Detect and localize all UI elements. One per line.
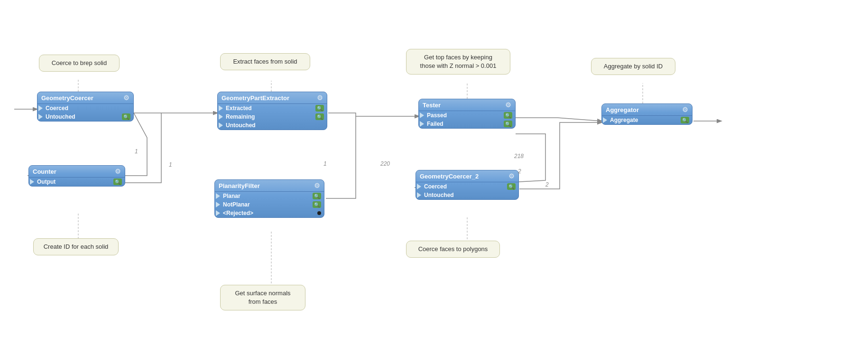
node-tester: Tester ⚙ Passed 🔍 Failed 🔍 — [418, 99, 516, 129]
search-icon-aggregate[interactable]: 🔍 — [681, 117, 689, 123]
port-arrow-untouched — [38, 114, 43, 120]
port-label-untouched: Untouched — [46, 113, 120, 120]
port-untouched-gc2: Untouched — [416, 191, 518, 199]
node-title-gpe: GeometryPartExtractor — [222, 94, 289, 102]
node-title-aggregator: Aggregator — [606, 106, 639, 113]
port-coerced-gc2: Coerced 🔍 — [416, 182, 518, 191]
port-label-untouched-gpe: Untouched — [226, 122, 324, 129]
port-label-rejected: <Rejected> — [223, 210, 314, 216]
port-output: Output 🔍 — [29, 178, 125, 186]
node-counter: Counter ⚙ Output 🔍 — [28, 165, 125, 187]
port-label-passed: Passed — [427, 112, 502, 119]
gear-icon-geometry-coercer[interactable]: ⚙ — [123, 94, 129, 102]
port-arrow-passed — [420, 112, 424, 118]
port-aggregate: Aggregate 🔍 — [602, 116, 692, 124]
node-aggregator: Aggregator ⚙ Aggregate 🔍 — [601, 103, 693, 125]
conn-label-1: 1 — [135, 148, 138, 155]
search-icon-passed[interactable]: 🔍 — [504, 112, 512, 119]
gear-icon-aggregator[interactable]: ⚙ — [682, 106, 688, 113]
node-title-pf: PlanarityFilter — [219, 182, 260, 189]
note-coerce-brep: Coerce to brep solid — [39, 55, 120, 72]
port-arrow-extracted — [219, 105, 223, 111]
port-arrow-output — [30, 179, 34, 185]
port-untouched-gpe: Untouched — [218, 121, 327, 130]
port-failed: Failed 🔍 — [419, 120, 515, 128]
note-extract-faces: Extract faces from solid — [220, 53, 310, 70]
node-title-tester: Tester — [423, 102, 441, 109]
port-extracted: Extracted 🔍 — [218, 104, 327, 112]
conn-label-2c: 2 — [545, 181, 549, 188]
note-surface-normals: Get surface normalsfrom faces — [220, 285, 305, 310]
note-aggregate-solid: Aggregate by solid ID — [591, 58, 675, 75]
node-title-counter: Counter — [33, 168, 56, 175]
gear-icon-tester[interactable]: ⚙ — [505, 101, 511, 109]
conn-label-2: 1 — [169, 161, 172, 168]
port-label-failed: Failed — [427, 121, 502, 127]
port-label-coerced: Coerced — [46, 105, 130, 112]
gear-icon-gpe[interactable]: ⚙ — [317, 94, 323, 102]
search-icon-output[interactable]: 🔍 — [113, 178, 122, 185]
port-arrow-untouched-gc2 — [417, 192, 421, 198]
port-untouched: Untouched 🔍 — [37, 112, 133, 121]
surface-normals-text: Get surface normalsfrom faces — [235, 290, 290, 305]
gear-icon-counter[interactable]: ⚙ — [115, 168, 121, 175]
conn-label-3: 1 — [323, 160, 327, 167]
port-arrow-planar — [216, 193, 220, 199]
node-title-gc2: GeometryCoercer_2 — [420, 173, 479, 180]
conn-label-2b: 2 — [518, 168, 521, 175]
port-rejected: <Rejected> — [215, 209, 324, 217]
port-label-planar: Planar — [223, 193, 311, 199]
port-label-remaining: Remaining — [226, 113, 314, 120]
port-passed: Passed 🔍 — [419, 111, 515, 120]
search-icon-coerced-gc2[interactable]: 🔍 — [507, 183, 516, 190]
port-notplanar: NotPlanar 🔍 — [215, 200, 324, 209]
conn-label-220: 220 — [380, 160, 390, 167]
port-label-untouched-gc2: Untouched — [424, 192, 516, 198]
search-icon-remaining[interactable]: 🔍 — [315, 113, 324, 120]
port-label-extracted: Extracted — [226, 105, 314, 112]
port-label-aggregate: Aggregate — [610, 117, 679, 123]
port-arrow-aggregate — [603, 117, 607, 123]
search-icon-planar[interactable]: 🔍 — [313, 193, 321, 199]
port-label-notplanar: NotPlanar — [223, 201, 311, 208]
gear-icon-gc2[interactable]: ⚙ — [508, 172, 515, 180]
note-create-id: Create ID for each solid — [33, 238, 119, 255]
search-icon-notplanar[interactable]: 🔍 — [313, 201, 321, 208]
gear-icon-pf[interactable]: ⚙ — [314, 182, 320, 189]
top-faces-text: Get top faces by keepingthose with Z nor… — [420, 54, 497, 69]
port-arrow-untouched-gpe — [219, 122, 223, 128]
port-label-output: Output — [37, 178, 111, 185]
search-icon-failed[interactable]: 🔍 — [504, 121, 512, 127]
conn-label-218: 218 — [514, 153, 524, 159]
port-arrow-coerced — [38, 105, 43, 111]
node-geometry-coercer-2: GeometryCoercer_2 ⚙ Coerced 🔍 Untouched — [416, 170, 519, 200]
port-arrow-coerced-gc2 — [417, 184, 421, 189]
node-geometry-part-extractor: GeometryPartExtractor ⚙ Extracted 🔍 Rema… — [217, 92, 327, 130]
search-icon-untouched[interactable]: 🔍 — [122, 113, 130, 120]
note-coerce-polygons: Coerce faces to polygons — [406, 241, 500, 258]
node-title-geometry-coercer: GeometryCoercer — [41, 94, 93, 102]
port-remaining: Remaining 🔍 — [218, 112, 327, 121]
port-label-coerced-gc2: Coerced — [424, 183, 505, 190]
port-arrow-failed — [420, 121, 424, 127]
port-coerced: Coerced — [37, 104, 133, 112]
port-arrow-rejected — [216, 210, 220, 216]
dot-rejected — [317, 211, 321, 215]
node-planarity-filter: PlanarityFilter ⚙ Planar 🔍 NotPlanar 🔍 <… — [214, 179, 324, 218]
note-top-faces: Get top faces by keepingthose with Z nor… — [406, 49, 510, 75]
port-planar: Planar 🔍 — [215, 192, 324, 200]
node-geometry-coercer: GeometryCoercer ⚙ Coerced Untouched 🔍 — [37, 92, 134, 122]
port-arrow-remaining — [219, 114, 223, 120]
search-icon-extracted[interactable]: 🔍 — [315, 105, 324, 112]
port-arrow-notplanar — [216, 202, 220, 207]
